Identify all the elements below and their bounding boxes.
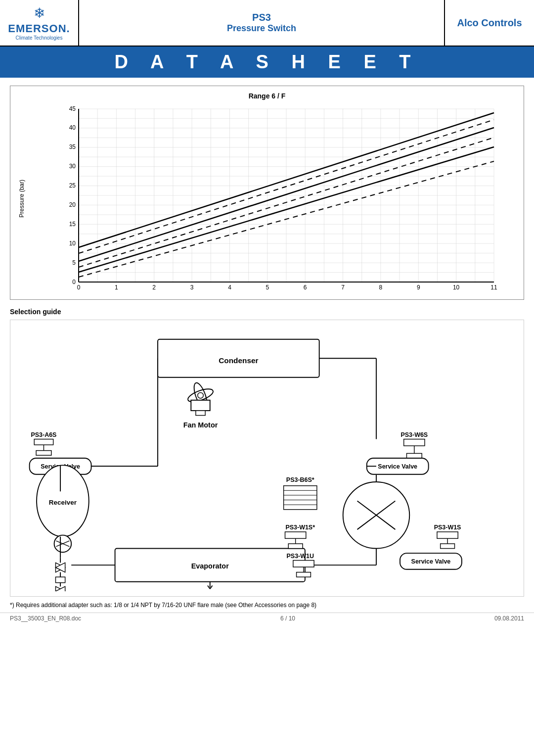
logo-area: ❄ EMERSON. Climate Technologies <box>0 0 79 46</box>
chart-section: Range 6 / F Pressure (bar) <box>10 86 524 300</box>
datasheet-banner: D A T A S H E E T <box>0 47 534 78</box>
svg-text:30: 30 <box>69 163 76 170</box>
svg-text:9: 9 <box>417 284 420 291</box>
svg-text:4: 4 <box>228 284 231 291</box>
svg-point-77 <box>198 392 204 398</box>
company-name: Alco Controls <box>445 0 534 46</box>
svg-rect-94 <box>406 453 422 458</box>
svg-rect-79 <box>196 411 205 416</box>
svg-text:PS3-W6S: PS3-W6S <box>400 431 428 438</box>
svg-rect-138 <box>441 544 455 549</box>
svg-rect-128 <box>285 532 306 538</box>
svg-text:10: 10 <box>453 284 460 291</box>
svg-text:45: 45 <box>69 105 76 112</box>
svg-text:7: 7 <box>341 284 345 291</box>
svg-text:35: 35 <box>69 143 76 150</box>
product-name: PS3 <box>252 12 271 23</box>
selection-guide-section: Selection guide Condenser Fan Motor PS3-… <box>10 308 524 597</box>
svg-rect-136 <box>437 532 458 538</box>
svg-text:10: 10 <box>69 240 76 247</box>
svg-text:40: 40 <box>69 124 76 131</box>
diagram-svg: Condenser Fan Motor PS3-A6S Service Valv… <box>15 325 519 591</box>
svg-text:Receiver: Receiver <box>49 499 77 506</box>
page-header: ❄ EMERSON. Climate Technologies PS3 Pres… <box>0 0 534 47</box>
snowflake-icon: ❄ <box>34 5 45 21</box>
svg-text:0: 0 <box>77 284 81 291</box>
svg-text:Fan Motor: Fan Motor <box>183 421 218 429</box>
footnote-text: *) Requires additional adapter such as: … <box>10 602 316 609</box>
svg-text:Service Valve: Service Valve <box>378 463 417 470</box>
svg-text:20: 20 <box>69 201 76 208</box>
svg-text:PS3-B6S*: PS3-B6S* <box>286 476 314 483</box>
svg-text:6: 6 <box>304 284 307 291</box>
svg-text:5: 5 <box>266 284 269 291</box>
svg-rect-92 <box>404 439 425 446</box>
footer-page: 6 / 10 <box>280 615 295 622</box>
svg-text:15: 15 <box>69 221 76 228</box>
svg-rect-130 <box>288 544 303 549</box>
svg-text:11: 11 <box>490 284 497 291</box>
footnote: *) Requires additional adapter such as: … <box>10 602 524 609</box>
footer-date: 09.08.2011 <box>494 615 524 622</box>
footer-doc-ref: PS3__35003_EN_R08.doc <box>10 615 81 622</box>
svg-rect-109 <box>55 577 65 583</box>
svg-text:1: 1 <box>115 284 118 291</box>
svg-text:2: 2 <box>152 284 156 291</box>
svg-text:0: 0 <box>72 279 76 285</box>
chart-svg: 0 5 10 15 20 25 30 35 40 45 0 1 2 <box>27 104 516 292</box>
header-title-area: PS3 Pressure Switch <box>79 0 445 46</box>
brand-name: EMERSON. <box>8 22 70 35</box>
svg-text:Service Valve: Service Valve <box>411 558 451 565</box>
svg-rect-119 <box>284 486 317 510</box>
svg-text:PS3-W1U: PS3-W1U <box>287 553 314 560</box>
chart-area: 0 5 10 15 20 25 30 35 40 45 0 1 2 <box>27 104 516 293</box>
svg-text:3: 3 <box>190 284 194 291</box>
svg-text:Condenser: Condenser <box>219 356 258 365</box>
svg-text:PS3-W1S*: PS3-W1S* <box>285 524 315 531</box>
svg-text:Evaporator: Evaporator <box>191 562 229 570</box>
y-axis-label: Pressure (bar) <box>18 180 25 218</box>
product-type: Pressure Switch <box>227 23 296 34</box>
selection-guide-title: Selection guide <box>10 308 524 316</box>
svg-rect-78 <box>191 400 210 411</box>
svg-rect-132 <box>293 561 314 567</box>
svg-text:PS3-W1S: PS3-W1S <box>434 524 461 531</box>
svg-rect-134 <box>297 572 311 577</box>
chart-container: Pressure (bar) <box>18 104 516 293</box>
svg-rect-84 <box>36 451 51 456</box>
svg-text:8: 8 <box>379 284 383 291</box>
page-footer: PS3__35003_EN_R08.doc 6 / 10 09.08.2011 <box>0 613 534 624</box>
diagram-container: Condenser Fan Motor PS3-A6S Service Valv… <box>10 320 524 597</box>
svg-text:5: 5 <box>72 259 76 266</box>
svg-text:25: 25 <box>69 182 76 189</box>
brand-subtitle: Climate Technologies <box>16 35 63 41</box>
datasheet-label: D A T A S H E E T <box>114 51 419 72</box>
svg-text:PS3-A6S: PS3-A6S <box>31 431 56 438</box>
chart-title: Range 6 / F <box>18 92 516 100</box>
svg-rect-82 <box>34 439 53 445</box>
